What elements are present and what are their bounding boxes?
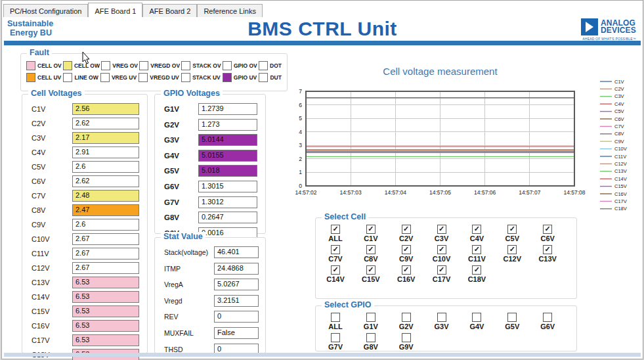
checkbox-c16v[interactable]: ✓ xyxy=(402,265,411,275)
checkbox-item-c14v[interactable]: ✓C14V xyxy=(322,265,349,283)
fault-indicator-vreg-uv[interactable] xyxy=(100,73,110,82)
fault-indicator-gpio-uv[interactable] xyxy=(223,73,232,82)
checkbox-item-c1v[interactable]: ✓C1V xyxy=(358,225,384,242)
value-field-c11v[interactable]: 2.67 xyxy=(72,248,139,259)
value-field-stack-voltage-[interactable]: 46.401 xyxy=(214,246,259,258)
value-field-c2v[interactable]: 2.62 xyxy=(72,118,139,129)
checkbox-item-c13v[interactable]: ✓C13V xyxy=(534,245,561,263)
checkbox-item-c8v[interactable]: ✓C8V xyxy=(358,245,384,263)
checkbox-g6v[interactable] xyxy=(543,313,552,322)
checkbox-c18v[interactable]: ✓ xyxy=(472,265,481,275)
checkbox-item-c10v[interactable]: ✓C10V xyxy=(429,245,455,263)
checkbox-c10v[interactable]: ✓ xyxy=(437,245,446,254)
checkbox-item-all[interactable]: ✓ALL xyxy=(322,225,349,242)
checkbox-c11v[interactable]: ✓ xyxy=(472,245,481,254)
value-field-c17v[interactable]: 6.53 xyxy=(72,334,139,346)
fault-indicator-vreg-ov[interactable] xyxy=(101,61,110,70)
checkbox-item-g4v[interactable]: G4V xyxy=(463,313,490,330)
value-field-c7v[interactable]: 2.48 xyxy=(72,190,139,202)
checkbox-c14v[interactable]: ✓ xyxy=(331,265,340,275)
value-field-c9v[interactable]: 2.6 xyxy=(72,219,139,231)
fault-indicator-stack-ov[interactable] xyxy=(181,61,190,70)
checkbox-c8v[interactable]: ✓ xyxy=(366,245,376,254)
checkbox-item-all[interactable]: ALL xyxy=(322,313,349,330)
checkbox-g3v[interactable] xyxy=(437,313,446,322)
value-field-rev[interactable]: 0 xyxy=(214,311,259,323)
fault-indicator-cell-ov[interactable] xyxy=(26,61,35,70)
fault-indicator-line-ow[interactable] xyxy=(63,73,72,82)
checkbox-c15v[interactable]: ✓ xyxy=(366,265,376,275)
checkbox-all[interactable]: ✓ xyxy=(331,225,340,234)
checkbox-item-c7v[interactable]: ✓C7V xyxy=(322,245,349,263)
value-field-g6v[interactable]: 1.3015 xyxy=(198,181,257,192)
value-field-g3v[interactable]: 5.0144 xyxy=(198,134,257,146)
checkbox-item-c12v[interactable]: ✓C12V xyxy=(499,245,525,263)
value-field-c6v[interactable]: 2.62 xyxy=(72,175,139,187)
value-field-c13v[interactable]: 6.53 xyxy=(72,277,139,288)
tab-pc-host-configuration[interactable]: PC/Host Configuration xyxy=(3,4,88,17)
checkbox-item-g2v[interactable]: G2V xyxy=(393,313,419,330)
value-field-c3v[interactable]: 2.17 xyxy=(72,132,139,144)
checkbox-c4v[interactable]: ✓ xyxy=(472,225,481,234)
checkbox-item-g6v[interactable]: G6V xyxy=(534,313,561,330)
checkbox-item-c11v[interactable]: ✓C11V xyxy=(463,245,490,263)
value-field-g8v[interactable]: 0.2647 xyxy=(198,212,257,223)
checkbox-item-c2v[interactable]: ✓C2V xyxy=(393,225,419,242)
checkbox-c2v[interactable]: ✓ xyxy=(402,225,411,234)
checkbox-g1v[interactable] xyxy=(366,313,376,322)
checkbox-item-c9v[interactable]: ✓C9V xyxy=(393,245,419,263)
checkbox-c1v[interactable]: ✓ xyxy=(366,225,376,234)
fault-indicator-dot[interactable] xyxy=(259,61,268,70)
checkbox-item-c17v[interactable]: ✓C17V xyxy=(429,265,455,283)
checkbox-all[interactable] xyxy=(331,313,340,322)
checkbox-g2v[interactable] xyxy=(402,313,411,322)
value-field-g7v[interactable]: 1.3012 xyxy=(198,196,257,208)
checkbox-c9v[interactable]: ✓ xyxy=(402,245,411,254)
value-field-muxfail[interactable]: False xyxy=(214,327,259,339)
checkbox-item-g3v[interactable]: G3V xyxy=(429,313,455,330)
value-field-g2v[interactable]: 1.273 xyxy=(198,119,257,131)
checkbox-item-c3v[interactable]: ✓C3V xyxy=(429,225,455,242)
checkbox-c7v[interactable]: ✓ xyxy=(331,245,340,254)
checkbox-c17v[interactable]: ✓ xyxy=(437,265,446,275)
value-field-c1v[interactable]: 2.56 xyxy=(72,103,139,115)
value-field-vrega[interactable]: 5.0267 xyxy=(214,279,259,290)
checkbox-item-c4v[interactable]: ✓C4V xyxy=(463,225,490,242)
checkbox-g4v[interactable] xyxy=(472,313,481,322)
tab-afe-board-1[interactable]: AFE Board 1 xyxy=(88,3,142,17)
value-field-vregd[interactable]: 3.2151 xyxy=(214,295,259,307)
checkbox-c12v[interactable]: ✓ xyxy=(507,245,517,254)
checkbox-item-g5v[interactable]: G5V xyxy=(499,313,525,330)
fault-indicator-gpio-ov[interactable] xyxy=(223,61,232,70)
value-field-c15v[interactable]: 6.53 xyxy=(72,305,139,317)
checkbox-g7v[interactable] xyxy=(331,333,340,342)
checkbox-item-g8v[interactable]: G8V xyxy=(358,333,384,351)
checkbox-item-g9v[interactable]: G9V xyxy=(393,333,419,351)
fault-indicator-vregd-ov[interactable] xyxy=(139,61,148,70)
value-field-c10v[interactable]: 2.67 xyxy=(72,233,139,245)
checkbox-c13v[interactable]: ✓ xyxy=(543,245,552,254)
value-field-c4v[interactable]: 2.91 xyxy=(72,146,139,158)
checkbox-g8v[interactable] xyxy=(366,333,376,342)
checkbox-item-c5v[interactable]: ✓C5V xyxy=(499,225,525,242)
value-field-g1v[interactable]: 1.2739 xyxy=(198,103,257,115)
value-field-c16v[interactable]: 6.53 xyxy=(72,320,139,332)
value-field-c14v[interactable]: 6.53 xyxy=(72,291,139,303)
checkbox-item-c16v[interactable]: ✓C16V xyxy=(393,265,419,283)
checkbox-item-c6v[interactable]: ✓C6V xyxy=(534,225,561,242)
fault-indicator-cell-uv[interactable] xyxy=(26,73,35,82)
value-field-g5v[interactable]: 5.018 xyxy=(198,165,257,177)
checkbox-item-c15v[interactable]: ✓C15V xyxy=(358,265,384,283)
value-field-c8v[interactable]: 2.47 xyxy=(72,204,139,216)
fault-indicator-stack-uv[interactable] xyxy=(181,73,190,82)
value-field-c12v[interactable]: 2.67 xyxy=(72,262,139,274)
checkbox-c5v[interactable]: ✓ xyxy=(507,225,517,234)
checkbox-g5v[interactable] xyxy=(507,313,517,322)
value-field-c5v[interactable]: 2.6 xyxy=(72,161,139,173)
checkbox-item-g7v[interactable]: G7V xyxy=(322,333,349,351)
fault-indicator-vregd-uv[interactable] xyxy=(139,73,148,82)
checkbox-item-c18v[interactable]: ✓C18V xyxy=(463,265,490,283)
checkbox-g9v[interactable] xyxy=(402,333,411,342)
tab-reference-links[interactable]: Reference Links xyxy=(197,4,263,17)
fault-indicator-cell-ow[interactable] xyxy=(63,61,72,70)
